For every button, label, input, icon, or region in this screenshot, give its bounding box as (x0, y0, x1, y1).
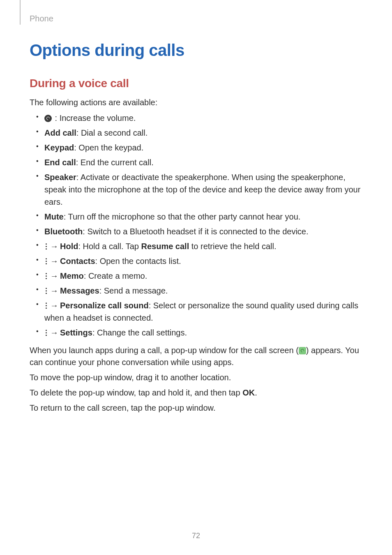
page-content: Options during calls During a voice call… (30, 41, 362, 417)
arrow-icon: → (49, 284, 60, 297)
item-label: Speaker (44, 173, 76, 182)
item-label: Add call (44, 128, 76, 137)
list-item-volume: : Increase the volume. (30, 112, 362, 124)
item-label: Hold (60, 242, 78, 251)
footer-p1: When you launch apps during a call, a po… (30, 345, 362, 368)
item-label: Settings (60, 328, 92, 337)
more-icon (44, 273, 48, 280)
item-desc: : Turn off the microphone so that the ot… (64, 212, 301, 221)
item-desc: : Change the call settings. (92, 328, 187, 337)
list-item-mute: Mute: Turn off the microphone so that th… (30, 210, 362, 223)
footer-p2: To move the pop-up window, drag it to an… (30, 372, 362, 384)
list-item-hold: →Hold: Hold a call. Tap Resume call to r… (30, 240, 362, 252)
list-item-memo: →Memo: Create a memo. (30, 270, 362, 282)
list-item-addcall: Add call: Dial a second call. (30, 127, 362, 139)
list-item-speaker: Speaker: Activate or deactivate the spea… (30, 171, 362, 208)
item-label: Contacts (60, 257, 95, 266)
footer-p4: To return to the call screen, tap the po… (30, 402, 362, 414)
list-item-endcall: End call: End the current call. (30, 156, 362, 169)
item-label: Mute (44, 212, 64, 221)
item-desc: : End the current call. (76, 158, 154, 167)
more-icon (44, 243, 48, 250)
item-desc: : Switch to a Bluetooth headset if it is… (83, 227, 308, 236)
item-desc: : Send a message. (99, 286, 168, 295)
item-label: Keypad (44, 143, 74, 152)
footer-p3a: To delete the pop-up window, tap and hol… (30, 388, 242, 397)
list-item-personalize: →Personalize call sound: Select or perso… (30, 299, 362, 324)
page-title: Options during calls (30, 41, 362, 60)
item-desc: : Open the keypad. (74, 143, 143, 152)
more-icon (44, 302, 48, 310)
item-desc: : Open the contacts list. (95, 257, 181, 266)
item-desc-b: to retrieve the held call. (189, 242, 276, 251)
section-header: Phone (30, 14, 53, 23)
list-item-keypad: Keypad: Open the keypad. (30, 141, 362, 154)
list-item-settings: →Settings: Change the call settings. (30, 326, 362, 339)
arrow-icon: → (49, 240, 60, 252)
list-item-messages: →Messages: Send a message. (30, 284, 362, 297)
ok-label: OK (242, 388, 255, 397)
header-rule (20, 0, 21, 25)
footer-p3: To delete the pop-up window, tap and hol… (30, 387, 362, 399)
arrow-icon: → (49, 255, 60, 267)
intro-text: The following actions are available: (30, 97, 362, 109)
item-desc: : Increase the volume. (53, 113, 136, 123)
more-icon (44, 258, 48, 265)
item-label: Bluetooth (44, 227, 83, 236)
footer-p1a: When you launch apps during a call, a po… (30, 346, 299, 355)
actions-list: : Increase the volume. Add call: Dial a … (30, 112, 362, 339)
page-number: 72 (0, 532, 392, 540)
item-desc: : Dial a second call. (76, 128, 148, 137)
arrow-icon: → (49, 270, 60, 282)
item-desc: : Hold a call. Tap (78, 242, 141, 251)
item-label: Messages (60, 286, 99, 295)
section-subtitle: During a voice call (30, 77, 362, 90)
item-label: Personalize call sound (60, 301, 149, 310)
list-item-contacts: →Contacts: Open the contacts list. (30, 255, 362, 267)
volume-icon (44, 115, 52, 122)
list-item-bluetooth: Bluetooth: Switch to a Bluetooth headset… (30, 225, 362, 238)
resume-label: Resume call (141, 242, 189, 251)
arrow-icon: → (49, 299, 60, 312)
item-label: Memo (60, 271, 84, 280)
popup-icon (299, 347, 306, 354)
footer-p3b: . (255, 388, 257, 397)
more-icon (44, 287, 48, 295)
item-label: End call (44, 158, 76, 167)
item-desc: : Create a memo. (84, 271, 148, 280)
arrow-icon: → (49, 326, 60, 339)
more-icon (44, 329, 48, 337)
item-desc: : Activate or deactivate the speakerphon… (44, 173, 360, 206)
